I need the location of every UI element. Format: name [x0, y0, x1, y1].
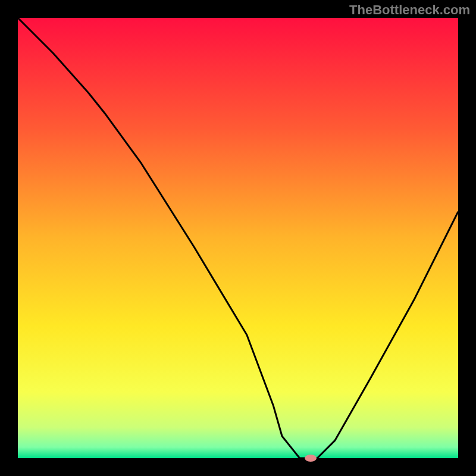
chart-svg [0, 0, 476, 476]
watermark-text: TheBottleneck.com [349, 2, 470, 18]
optimal-point-marker [305, 455, 317, 462]
chart-plot-area [18, 18, 458, 458]
bottleneck-chart: TheBottleneck.com [0, 0, 476, 476]
